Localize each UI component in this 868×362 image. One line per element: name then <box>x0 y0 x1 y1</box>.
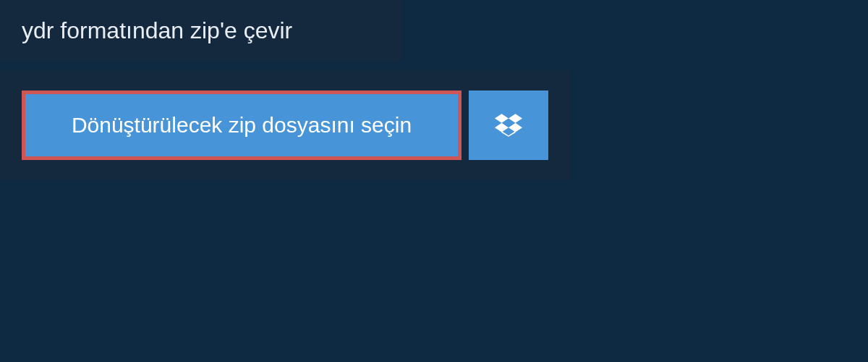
dropbox-icon <box>495 111 522 139</box>
page-title-tab: ydr formatından zip'e çevir <box>0 0 401 62</box>
upload-panel: Dönüştürülecek zip dosyasını seçin <box>0 70 570 180</box>
dropbox-button[interactable] <box>469 90 548 160</box>
button-row: Dönüştürülecek zip dosyasını seçin <box>22 90 548 160</box>
select-file-button[interactable]: Dönüştürülecek zip dosyasını seçin <box>22 90 461 160</box>
page-title: ydr formatından zip'e çevir <box>22 17 292 43</box>
select-file-label: Dönüştürülecek zip dosyasını seçin <box>72 113 412 138</box>
